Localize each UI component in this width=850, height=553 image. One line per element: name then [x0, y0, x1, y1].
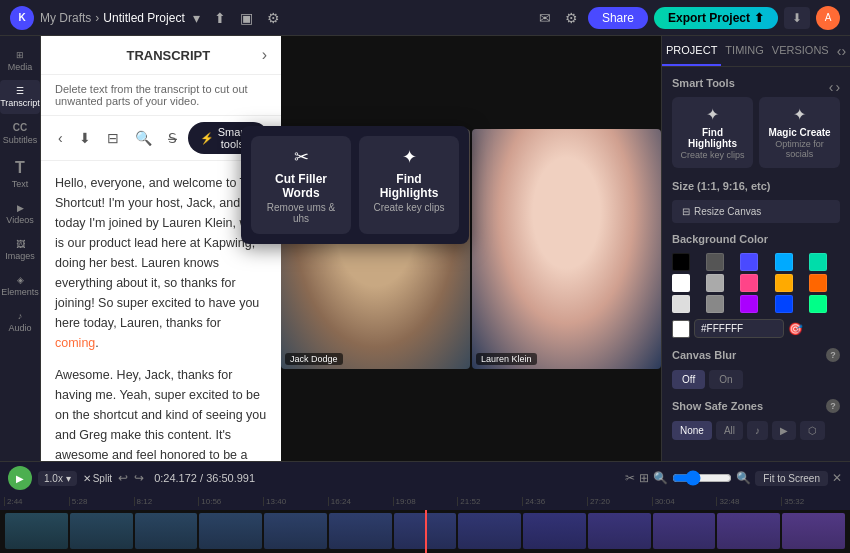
export-label: Export Project [668, 11, 750, 25]
timeline-cut-button[interactable]: ✂ [625, 471, 635, 485]
safe-zones-label: Show Safe Zones [672, 400, 763, 412]
find-highlights-tool[interactable]: ✦ Find Highlights Create key clips [359, 136, 459, 234]
fit-to-screen-button[interactable]: Fit to Screen [755, 471, 828, 486]
blur-toggle: Off On [672, 370, 840, 389]
track-segment[interactable] [70, 513, 133, 549]
timeline-search-button[interactable]: 🔍 [736, 471, 751, 485]
upload-button[interactable]: ⬆ [210, 6, 230, 30]
color-swatch-#ff6600[interactable] [809, 274, 827, 292]
transcript-close-button[interactable]: › [262, 46, 267, 64]
magic-create-card[interactable]: ✦ Magic Create Optimize for socials [759, 97, 840, 168]
track-segment[interactable] [5, 513, 68, 549]
color-swatch-#000000[interactable] [672, 253, 690, 271]
magic-create-card-name: Magic Create [767, 127, 832, 138]
current-time-value: 0:24.172 [154, 472, 197, 484]
color-swatch-#00ff88[interactable] [809, 295, 827, 313]
find-highlights-card[interactable]: ✦ Find Highlights Create key clips [672, 97, 753, 168]
track-segment[interactable] [199, 513, 262, 549]
videos-label: Videos [6, 215, 33, 225]
color-swatch-#aa00ff[interactable] [740, 295, 758, 313]
ruler-mark: 30:04 [652, 497, 717, 506]
smart-tools-prev[interactable]: ‹ [829, 79, 834, 95]
zoom-slider[interactable] [672, 470, 732, 486]
blur-off-button[interactable]: Off [672, 370, 705, 389]
eyedropper-button[interactable]: 🎯 [788, 322, 803, 336]
message-button[interactable]: ✉ [535, 6, 555, 30]
toolbar-download-button[interactable]: ⬇ [74, 127, 96, 149]
toolbar-layout-button[interactable]: ⊟ [102, 127, 124, 149]
safe-zone-all[interactable]: All [716, 421, 743, 440]
speed-button[interactable]: 1.0x ▾ [38, 471, 77, 486]
timeline-controls: ▶ 1.0x ▾ ✕ Split ↩ ↩ 0:24.172 / 36:50.99… [0, 462, 850, 494]
toolbar-back-button[interactable]: ‹ [53, 127, 68, 149]
safe-zone-youtube[interactable]: ▶ [772, 421, 796, 440]
undo-button[interactable]: ↩ [118, 471, 128, 485]
color-swatch-#00ddaa[interactable] [809, 253, 827, 271]
track-segment[interactable] [523, 513, 586, 549]
right-panel-next[interactable]: › [841, 43, 846, 59]
track-segment[interactable] [329, 513, 392, 549]
track-segment[interactable] [458, 513, 521, 549]
safe-zone-tiktok[interactable]: ♪ [747, 421, 768, 440]
timeline-zoom-out-button[interactable]: 🔍 [653, 471, 668, 485]
right-tabs: PROJECT TIMING VERSIONS ‹ › [662, 36, 850, 67]
color-swatch-#00aaff[interactable] [775, 253, 793, 271]
export-button[interactable]: Export Project ⬆ [654, 7, 778, 29]
text-label: Text [12, 179, 29, 189]
sidebar-item-media[interactable]: ⊞ Media [0, 44, 40, 78]
monitor-button[interactable]: ▣ [236, 6, 257, 30]
track-segment[interactable] [588, 513, 651, 549]
color-swatch-#0044ff[interactable] [775, 295, 793, 313]
color-swatch-#aaaaaa[interactable] [706, 274, 724, 292]
timeline-close-button[interactable]: ✕ [832, 471, 842, 485]
sidebar-item-subtitles[interactable]: CC Subtitles [0, 116, 40, 151]
toolbar-strikethrough-button[interactable]: S̶ [163, 127, 182, 149]
share-button[interactable]: Share [588, 7, 648, 29]
color-swatch-#888888[interactable] [706, 295, 724, 313]
timeline-tracks [0, 510, 850, 553]
smart-tools-next[interactable]: › [835, 79, 840, 95]
cut-filler-tool[interactable]: ✂ Cut Filler Words Remove ums & uhs [251, 136, 351, 234]
color-swatch-#4a4aff[interactable] [740, 253, 758, 271]
tiktok-icon: ♪ [755, 425, 760, 436]
toolbar-search-button[interactable]: 🔍 [130, 127, 157, 149]
track-segment[interactable] [653, 513, 716, 549]
sidebar-item-elements[interactable]: ◈ Elements [0, 269, 40, 303]
timeline-icons: ✂ ⊞ 🔍 🔍 Fit to Screen ✕ [625, 470, 842, 486]
color-swatch-#ffaa00[interactable] [775, 274, 793, 292]
resize-canvas-button[interactable]: ⊟ Resize Canvas [672, 200, 840, 223]
breadcrumb-separator: › [95, 11, 99, 25]
play-button[interactable]: ▶ [8, 466, 32, 490]
safe-zone-instagram[interactable]: ⬡ [800, 421, 825, 440]
color-hex-input[interactable] [694, 319, 784, 338]
color-swatch-#ff4488[interactable] [740, 274, 758, 292]
redo-button[interactable]: ↩ [134, 471, 144, 485]
tab-versions[interactable]: VERSIONS [768, 36, 833, 66]
color-swatch-#ffffff[interactable] [672, 274, 690, 292]
track-segment[interactable] [135, 513, 198, 549]
ruler-mark: 24:36 [522, 497, 587, 506]
tab-project[interactable]: PROJECT [662, 36, 721, 66]
timeline-merge-button[interactable]: ⊞ [639, 471, 649, 485]
sidebar-item-videos[interactable]: ▶ Videos [0, 197, 40, 231]
sidebar-item-transcript[interactable]: ☰ Transcript [0, 80, 40, 114]
sidebar-item-audio[interactable]: ♪ Audio [0, 305, 40, 339]
cut-filler-icon: ✂ [263, 146, 339, 168]
gear-button[interactable]: ⚙ [561, 6, 582, 30]
tab-timing[interactable]: TIMING [721, 36, 768, 66]
download-button[interactable]: ⬇ [784, 7, 810, 29]
breadcrumb-chevron[interactable]: ▾ [189, 6, 204, 30]
track-segment[interactable] [264, 513, 327, 549]
settings-button[interactable]: ⚙ [263, 6, 284, 30]
safe-zone-none[interactable]: None [672, 421, 712, 440]
subtitles-label: Subtitles [3, 135, 38, 145]
instagram-icon: ⬡ [808, 425, 817, 436]
split-button[interactable]: ✕ Split [83, 473, 112, 484]
track-segment[interactable] [782, 513, 845, 549]
sidebar-item-images[interactable]: 🖼 Images [0, 233, 40, 267]
color-swatch-#555555[interactable] [706, 253, 724, 271]
track-segment[interactable] [717, 513, 780, 549]
blur-on-button[interactable]: On [709, 370, 742, 389]
color-swatch-#dddddd[interactable] [672, 295, 690, 313]
sidebar-item-text[interactable]: T Text [0, 153, 40, 195]
